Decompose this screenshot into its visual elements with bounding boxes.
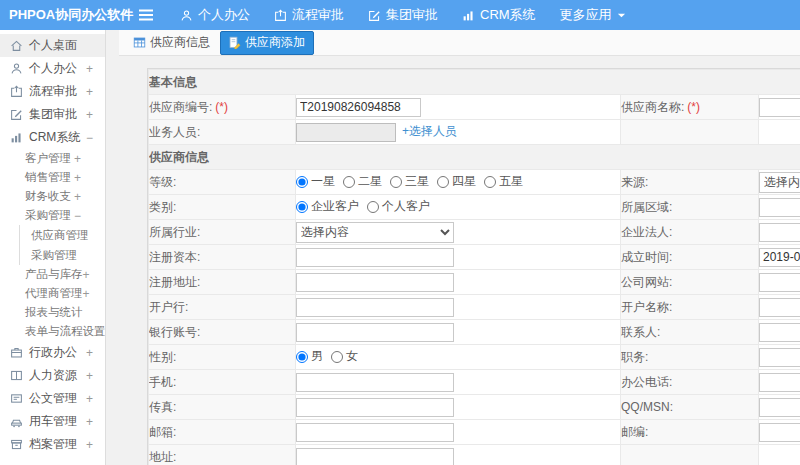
business-staff-value-cell: +选择人员	[296, 120, 621, 145]
supplier-code-input[interactable]	[296, 98, 421, 117]
level-option-2[interactable]: 三星	[390, 173, 429, 190]
qq-msn-input[interactable]	[759, 398, 800, 417]
nav-group-approval[interactable]: 集团审批	[368, 6, 438, 24]
sidebar-item-procurement-mgmt[interactable]: 采购管理−	[0, 206, 105, 225]
mobile-label: 手机:	[149, 375, 176, 389]
form-row: 供应商编号:(*)供应商名称:(*)	[149, 95, 800, 120]
sidebar-item-human-resources[interactable]: 人力资源+	[0, 364, 105, 387]
expand-toggle-icon[interactable]: +	[83, 287, 90, 301]
fax-input[interactable]	[296, 398, 454, 417]
founded-date-input[interactable]	[759, 248, 800, 267]
region-input[interactable]	[759, 198, 800, 217]
industry-select[interactable]: 选择内容	[296, 222, 454, 243]
level-option-4[interactable]: 五星	[484, 173, 523, 190]
nav-process-approval[interactable]: 流程审批	[274, 6, 344, 24]
hamburger-menu-icon[interactable]	[138, 8, 154, 22]
expand-toggle-icon[interactable]: +	[86, 108, 93, 122]
category-radio-0[interactable]	[296, 201, 308, 213]
expand-toggle-icon[interactable]: +	[74, 190, 81, 204]
gender-option-0[interactable]: 男	[296, 348, 323, 365]
add-page-icon	[228, 36, 241, 49]
sidebar-item-personal-desktop[interactable]: 个人桌面	[0, 34, 105, 57]
level-radio-3[interactable]	[437, 176, 449, 188]
account-name-input[interactable]	[759, 298, 800, 317]
level-radio-group: 一星二星三星四星五星	[296, 173, 531, 190]
sidebar-item-personal-office[interactable]: 个人办公+	[0, 57, 105, 80]
expand-toggle-icon[interactable]: +	[86, 346, 93, 360]
sidebar-item-agent-mgmt[interactable]: 代理商管理+	[0, 284, 105, 303]
office-phone-label: 办公电话:	[621, 375, 672, 389]
level-option-0[interactable]: 一星	[296, 173, 335, 190]
level-option-1[interactable]: 二星	[343, 173, 382, 190]
expand-toggle-icon[interactable]: +	[86, 438, 93, 452]
level-label: 等级:	[149, 175, 176, 189]
business-staff-input[interactable]	[296, 123, 396, 142]
level-radio-1[interactable]	[343, 176, 355, 188]
nav-crm-system[interactable]: CRM系统	[462, 6, 536, 24]
category-radio-1[interactable]	[367, 201, 379, 213]
level-radio-2[interactable]	[390, 176, 402, 188]
email-input[interactable]	[296, 423, 454, 442]
sidebar-item-archive-mgmt[interactable]: 档案管理+	[0, 433, 105, 456]
expand-toggle-icon[interactable]: +	[86, 415, 93, 429]
mobile-input[interactable]	[296, 373, 454, 392]
job-title-label: 职务:	[621, 350, 648, 364]
sidebar-item-admin-office[interactable]: 行政办公+	[0, 341, 105, 364]
home-icon	[10, 39, 23, 52]
supplier-name-input[interactable]	[759, 98, 800, 117]
expand-toggle-icon[interactable]: +	[74, 152, 81, 166]
sidebar-item-group-approval[interactable]: 集团审批+	[0, 103, 105, 126]
sidebar-item-product-inventory[interactable]: 产品与库存+	[0, 265, 105, 284]
level-radio-4[interactable]	[484, 176, 496, 188]
expand-toggle-icon[interactable]: +	[86, 62, 93, 76]
expand-toggle-icon[interactable]: −	[74, 209, 81, 223]
tab-supplier-add[interactable]: 供应商添加	[220, 31, 314, 55]
gender-radio-0[interactable]	[296, 351, 308, 363]
gender-radio-1[interactable]	[331, 351, 343, 363]
business-staff-select-person-link[interactable]: +选择人员	[402, 124, 457, 138]
sidebar-item-process-approval[interactable]: 流程审批+	[0, 80, 105, 103]
gender-label: 性别:	[149, 350, 176, 364]
sidebar-item-vehicle-mgmt[interactable]: 用车管理+	[0, 410, 105, 433]
level-radio-0[interactable]	[296, 176, 308, 188]
bank-account-input[interactable]	[296, 323, 454, 342]
source-label-cell: 来源:	[621, 170, 759, 195]
sidebar-item-reports-statistics[interactable]: 报表与统计	[0, 303, 105, 322]
expand-toggle-icon[interactable]: +	[86, 85, 93, 99]
category-option-1[interactable]: 个人客户	[367, 198, 430, 215]
office-phone-input[interactable]	[759, 373, 800, 392]
supplier-info-section-title: 供应商信息	[149, 145, 800, 170]
job-title-input[interactable]	[759, 348, 800, 367]
level-value-cell: 一星二星三星四星五星	[296, 170, 621, 195]
registered-capital-input[interactable]	[296, 248, 454, 267]
source-select[interactable]: 选择内容	[759, 172, 800, 193]
sidebar-item-sales-mgmt[interactable]: 销售管理+	[0, 168, 105, 187]
category-option-0[interactable]: 企业客户	[296, 198, 359, 215]
expand-toggle-icon[interactable]: +	[86, 369, 93, 383]
expand-toggle-icon[interactable]: −	[86, 131, 93, 145]
sidebar-item-form-flow-settings[interactable]: 表单与流程设置+	[0, 322, 105, 341]
expand-toggle-icon[interactable]: +	[86, 392, 93, 406]
tab-supplier-info[interactable]: 供应商信息	[133, 34, 210, 51]
nav-more-apps[interactable]: 更多应用	[560, 6, 626, 24]
level-option-3[interactable]: 四星	[437, 173, 476, 190]
registered-address-input[interactable]	[296, 273, 454, 292]
sidebar-item-finance-income-expense[interactable]: 财务收支+	[0, 187, 105, 206]
sidebar-item-customer-mgmt[interactable]: 客户管理+	[0, 149, 105, 168]
address-input[interactable]	[296, 448, 454, 465]
sidebar-item-crm-system[interactable]: CRM系统−	[0, 126, 105, 149]
gender-option-1[interactable]: 女	[331, 348, 358, 365]
expand-toggle-icon[interactable]: +	[74, 171, 81, 185]
sidebar-item-supplier-mgmt[interactable]: 供应商管理	[19, 225, 105, 245]
legal-person-input[interactable]	[759, 223, 800, 242]
sidebar-item-purchasing-mgmt[interactable]: 采购管理	[19, 245, 105, 265]
sidebar-item-document-mgmt[interactable]: 公文管理+	[0, 387, 105, 410]
contact-person-input[interactable]	[759, 323, 800, 342]
registered-capital-label-cell: 注册资本:	[149, 245, 296, 270]
bank-branch-input[interactable]	[296, 298, 454, 317]
chart-icon	[462, 9, 475, 22]
postal-code-input[interactable]	[759, 423, 800, 442]
expand-toggle-icon[interactable]: +	[83, 268, 90, 282]
nav-personal-office[interactable]: 个人办公	[180, 6, 250, 24]
company-website-input[interactable]	[759, 273, 800, 292]
